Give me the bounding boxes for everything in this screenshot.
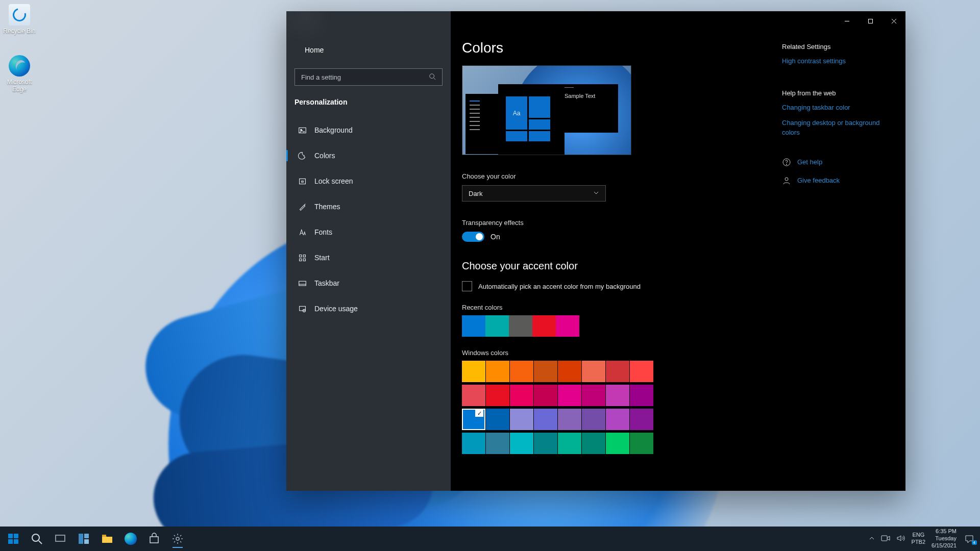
recent-color-swatch[interactable] [462, 315, 485, 337]
notifications-button[interactable]: 4 [963, 532, 976, 545]
nav-start[interactable]: Start [295, 249, 443, 266]
recent-colors-row [462, 315, 772, 337]
windows-color-swatch[interactable] [462, 361, 485, 382]
windows-color-swatch[interactable] [462, 385, 485, 406]
nav-background[interactable]: Background [295, 121, 443, 139]
right-column: Related Settings High contrast settings … [772, 40, 894, 491]
windows-color-swatch[interactable] [510, 433, 533, 454]
file-explorer-button[interactable] [97, 529, 117, 549]
close-button[interactable] [882, 11, 905, 31]
windows-color-swatch[interactable] [630, 409, 653, 430]
windows-colors-grid [462, 361, 772, 456]
meet-now-icon[interactable] [881, 534, 890, 544]
widgets-button[interactable] [74, 529, 94, 549]
page-title: Colors [462, 40, 772, 56]
clock[interactable]: 6:35 PM Tuesday 6/15/2021 [932, 528, 957, 549]
lang-bottom: PTB2 [912, 539, 926, 546]
choose-color-select[interactable]: Dark [462, 185, 606, 202]
windows-color-swatch[interactable] [558, 409, 581, 430]
preview-tile: Aa [506, 96, 527, 130]
windows-color-swatch[interactable] [534, 433, 557, 454]
minimize-button[interactable] [835, 11, 859, 31]
windows-color-swatch[interactable] [486, 409, 509, 430]
windows-color-swatch[interactable] [486, 385, 509, 406]
auto-pick-checkbox-row[interactable]: Automatically pick an accent color from … [462, 281, 772, 291]
link-high-contrast[interactable]: High contrast settings [782, 57, 894, 66]
device-usage-icon [298, 304, 307, 313]
desktop-icon-label: Recycle Bin [3, 28, 35, 35]
nav-label: Lock screen [314, 177, 353, 185]
edge-button[interactable] [120, 529, 141, 549]
svg-rect-9 [301, 181, 303, 182]
start-button[interactable] [3, 529, 23, 549]
svg-rect-23 [8, 539, 13, 544]
windows-color-swatch[interactable] [462, 409, 485, 430]
windows-color-swatch[interactable] [510, 409, 533, 430]
language-indicator[interactable]: ENG PTB2 [912, 532, 926, 546]
windows-color-swatch[interactable] [630, 385, 653, 406]
recycle-bin-icon [9, 4, 30, 26]
maximize-button[interactable] [859, 11, 882, 31]
recent-color-swatch[interactable] [485, 315, 509, 337]
windows-color-swatch[interactable] [582, 361, 605, 382]
windows-color-swatch[interactable] [486, 361, 509, 382]
recent-color-swatch[interactable] [509, 315, 532, 337]
recent-colors-label: Recent colors [462, 304, 772, 311]
desktop-icon-edge[interactable]: Microsoft Edge [0, 55, 39, 93]
volume-icon[interactable] [896, 534, 905, 544]
give-feedback-action[interactable]: Give feedback [782, 176, 894, 185]
search-placeholder: Find a setting [301, 73, 341, 81]
windows-color-swatch[interactable] [606, 385, 629, 406]
lang-top: ENG [912, 532, 926, 539]
task-view-button[interactable] [50, 529, 70, 549]
windows-color-swatch[interactable] [534, 361, 557, 382]
store-button[interactable] [144, 529, 164, 549]
home-nav[interactable]: Home [295, 42, 443, 58]
windows-color-swatch[interactable] [486, 433, 509, 454]
desktop-icon-recycle-bin[interactable]: Recycle Bin [0, 4, 39, 35]
recent-color-swatch[interactable] [532, 315, 556, 337]
nav-themes[interactable]: Themes [295, 198, 443, 215]
windows-color-swatch[interactable] [510, 361, 533, 382]
windows-color-swatch[interactable] [558, 433, 581, 454]
sidebar-nav: Background Colors Lock screen Themes Fon… [295, 121, 443, 317]
windows-color-swatch[interactable] [462, 433, 485, 454]
windows-color-swatch[interactable] [534, 409, 557, 430]
windows-color-swatch[interactable] [558, 385, 581, 406]
nav-device-usage[interactable]: Device usage [295, 300, 443, 317]
tray-overflow-button[interactable] [869, 535, 875, 542]
nav-label: Themes [314, 203, 340, 211]
get-help-action[interactable]: Get help [782, 158, 894, 167]
windows-color-swatch[interactable] [582, 409, 605, 430]
windows-color-swatch[interactable] [534, 385, 557, 406]
windows-color-swatch[interactable] [582, 385, 605, 406]
settings-window: Settings Home Find a setting Personaliza… [286, 11, 905, 491]
nav-colors[interactable]: Colors [295, 147, 443, 164]
search-button[interactable] [27, 529, 47, 549]
search-input[interactable]: Find a setting [295, 68, 443, 86]
windows-color-swatch[interactable] [558, 361, 581, 382]
accent-heading: Choose your accent color [462, 260, 772, 272]
windows-color-swatch[interactable] [582, 433, 605, 454]
windows-color-swatch[interactable] [510, 385, 533, 406]
windows-color-swatch[interactable] [606, 361, 629, 382]
recent-color-swatch[interactable] [556, 315, 579, 337]
auto-pick-checkbox[interactable] [462, 281, 472, 291]
nav-label: Start [314, 254, 330, 262]
clock-day: Tuesday [932, 535, 957, 542]
nav-fonts[interactable]: Fonts [295, 223, 443, 241]
windows-color-swatch[interactable] [630, 361, 653, 382]
home-label: Home [305, 46, 324, 54]
link-desktop-bg-colors[interactable]: Changing desktop or background colors [782, 118, 894, 137]
windows-color-swatch[interactable] [606, 433, 629, 454]
windows-color-swatch[interactable] [630, 433, 653, 454]
transparency-toggle[interactable] [462, 232, 484, 242]
sidebar-section-label: Personalization [295, 98, 443, 106]
settings-taskbar-button[interactable] [167, 529, 188, 549]
link-taskbar-color[interactable]: Changing taskbar color [782, 103, 894, 112]
svg-rect-21 [8, 534, 13, 538]
preview-sample-text: Sample Text [559, 84, 618, 133]
nav-taskbar[interactable]: Taskbar [295, 274, 443, 292]
nav-lock-screen[interactable]: Lock screen [295, 172, 443, 190]
windows-color-swatch[interactable] [606, 409, 629, 430]
